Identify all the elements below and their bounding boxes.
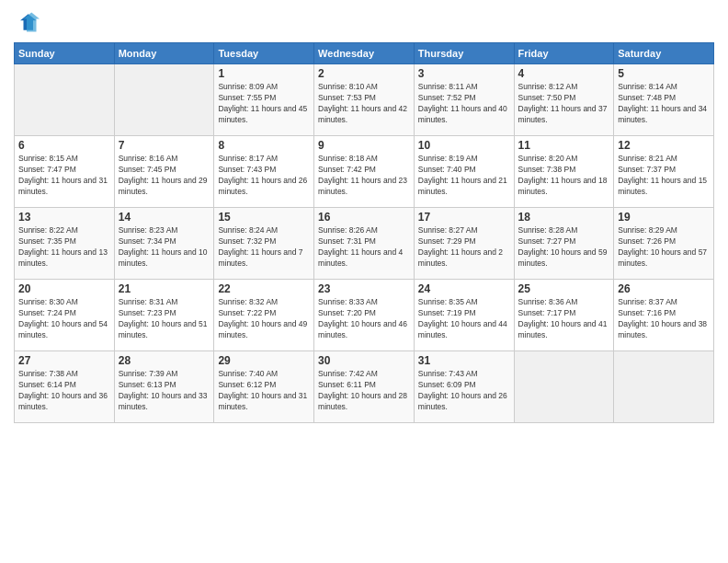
day-number: 12 bbox=[618, 139, 710, 152]
calendar-cell: 6Sunrise: 8:15 AM Sunset: 7:47 PM Daylig… bbox=[15, 136, 115, 208]
day-number: 16 bbox=[318, 211, 410, 224]
calendar-cell: 10Sunrise: 8:19 AM Sunset: 7:40 PM Dayli… bbox=[414, 136, 514, 208]
calendar-cell: 19Sunrise: 8:29 AM Sunset: 7:26 PM Dayli… bbox=[614, 208, 714, 280]
calendar-week-row: 13Sunrise: 8:22 AM Sunset: 7:35 PM Dayli… bbox=[15, 208, 714, 280]
day-number: 19 bbox=[618, 211, 710, 224]
day-number: 13 bbox=[18, 211, 110, 224]
day-info: Sunrise: 8:29 AM Sunset: 7:26 PM Dayligh… bbox=[618, 225, 710, 270]
day-info: Sunrise: 8:23 AM Sunset: 7:34 PM Dayligh… bbox=[119, 225, 210, 270]
day-number: 30 bbox=[318, 354, 410, 367]
calendar-cell: 20Sunrise: 8:30 AM Sunset: 7:24 PM Dayli… bbox=[15, 280, 115, 351]
calendar-cell: 3Sunrise: 8:11 AM Sunset: 7:52 PM Daylig… bbox=[414, 64, 514, 136]
calendar-cell: 16Sunrise: 8:26 AM Sunset: 7:31 PM Dayli… bbox=[314, 208, 415, 280]
calendar-cell: 1Sunrise: 8:09 AM Sunset: 7:55 PM Daylig… bbox=[214, 64, 314, 136]
day-number: 10 bbox=[418, 139, 510, 152]
calendar-cell bbox=[114, 64, 214, 136]
calendar-week-row: 1Sunrise: 8:09 AM Sunset: 7:55 PM Daylig… bbox=[15, 64, 714, 136]
day-info: Sunrise: 7:40 AM Sunset: 6:12 PM Dayligh… bbox=[218, 369, 310, 413]
day-info: Sunrise: 7:43 AM Sunset: 6:09 PM Dayligh… bbox=[418, 369, 510, 413]
day-info: Sunrise: 8:16 AM Sunset: 7:45 PM Dayligh… bbox=[119, 154, 210, 198]
day-number: 18 bbox=[518, 211, 610, 224]
header-row: SundayMondayTuesdayWednesdayThursdayFrid… bbox=[15, 43, 714, 64]
day-info: Sunrise: 8:35 AM Sunset: 7:19 PM Dayligh… bbox=[418, 297, 510, 341]
calendar-cell: 31Sunrise: 7:43 AM Sunset: 6:09 PM Dayli… bbox=[414, 351, 514, 423]
calendar-cell: 30Sunrise: 7:42 AM Sunset: 6:11 PM Dayli… bbox=[314, 351, 415, 423]
logo bbox=[14, 9, 41, 35]
calendar-cell: 25Sunrise: 8:36 AM Sunset: 7:17 PM Dayli… bbox=[514, 280, 614, 351]
calendar-table: SundayMondayTuesdayWednesdayThursdayFrid… bbox=[14, 42, 714, 423]
calendar-week-row: 20Sunrise: 8:30 AM Sunset: 7:24 PM Dayli… bbox=[15, 280, 714, 351]
day-info: Sunrise: 8:12 AM Sunset: 7:50 PM Dayligh… bbox=[518, 82, 610, 126]
day-number: 3 bbox=[418, 67, 510, 80]
calendar-header: SundayMondayTuesdayWednesdayThursdayFrid… bbox=[15, 43, 714, 64]
day-info: Sunrise: 8:21 AM Sunset: 7:37 PM Dayligh… bbox=[618, 154, 710, 198]
day-info: Sunrise: 7:39 AM Sunset: 6:13 PM Dayligh… bbox=[119, 369, 210, 413]
calendar-week-row: 27Sunrise: 7:38 AM Sunset: 6:14 PM Dayli… bbox=[15, 351, 714, 423]
calendar-cell: 24Sunrise: 8:35 AM Sunset: 7:19 PM Dayli… bbox=[414, 280, 514, 351]
day-number: 20 bbox=[18, 282, 110, 295]
weekday-header: Friday bbox=[514, 43, 614, 64]
day-info: Sunrise: 8:32 AM Sunset: 7:22 PM Dayligh… bbox=[218, 297, 310, 341]
day-info: Sunrise: 8:31 AM Sunset: 7:23 PM Dayligh… bbox=[119, 297, 210, 341]
day-number: 28 bbox=[119, 354, 210, 367]
day-info: Sunrise: 8:27 AM Sunset: 7:29 PM Dayligh… bbox=[418, 225, 510, 270]
day-number: 23 bbox=[318, 282, 410, 295]
calendar-cell: 9Sunrise: 8:18 AM Sunset: 7:42 PM Daylig… bbox=[314, 136, 415, 208]
day-number: 22 bbox=[218, 282, 310, 295]
calendar-cell: 17Sunrise: 8:27 AM Sunset: 7:29 PM Dayli… bbox=[414, 208, 514, 280]
day-number: 4 bbox=[518, 67, 610, 80]
day-number: 5 bbox=[618, 67, 710, 80]
day-info: Sunrise: 8:17 AM Sunset: 7:43 PM Dayligh… bbox=[218, 154, 310, 198]
day-info: Sunrise: 8:11 AM Sunset: 7:52 PM Dayligh… bbox=[418, 82, 510, 126]
calendar-cell: 11Sunrise: 8:20 AM Sunset: 7:38 PM Dayli… bbox=[514, 136, 614, 208]
day-info: Sunrise: 8:10 AM Sunset: 7:53 PM Dayligh… bbox=[318, 82, 410, 126]
day-number: 29 bbox=[218, 354, 310, 367]
calendar-cell: 27Sunrise: 7:38 AM Sunset: 6:14 PM Dayli… bbox=[15, 351, 115, 423]
day-number: 11 bbox=[518, 139, 610, 152]
calendar-cell: 13Sunrise: 8:22 AM Sunset: 7:35 PM Dayli… bbox=[15, 208, 115, 280]
day-info: Sunrise: 8:33 AM Sunset: 7:20 PM Dayligh… bbox=[318, 297, 410, 341]
day-number: 1 bbox=[218, 67, 310, 80]
day-number: 21 bbox=[119, 282, 210, 295]
header bbox=[14, 9, 714, 35]
day-info: Sunrise: 8:26 AM Sunset: 7:31 PM Dayligh… bbox=[318, 225, 410, 270]
logo-icon bbox=[14, 9, 40, 35]
weekday-header: Saturday bbox=[614, 43, 714, 64]
calendar-week-row: 6Sunrise: 8:15 AM Sunset: 7:47 PM Daylig… bbox=[15, 136, 714, 208]
day-info: Sunrise: 8:14 AM Sunset: 7:48 PM Dayligh… bbox=[618, 82, 710, 126]
day-number: 24 bbox=[418, 282, 510, 295]
day-info: Sunrise: 8:30 AM Sunset: 7:24 PM Dayligh… bbox=[18, 297, 110, 341]
day-number: 27 bbox=[18, 354, 110, 367]
calendar-body: 1Sunrise: 8:09 AM Sunset: 7:55 PM Daylig… bbox=[15, 64, 714, 423]
calendar-cell: 5Sunrise: 8:14 AM Sunset: 7:48 PM Daylig… bbox=[614, 64, 714, 136]
day-info: Sunrise: 8:09 AM Sunset: 7:55 PM Dayligh… bbox=[218, 82, 310, 126]
day-number: 2 bbox=[318, 67, 410, 80]
calendar-cell bbox=[514, 351, 614, 423]
calendar-cell: 15Sunrise: 8:24 AM Sunset: 7:32 PM Dayli… bbox=[214, 208, 314, 280]
day-number: 7 bbox=[119, 139, 210, 152]
day-number: 8 bbox=[218, 139, 310, 152]
calendar-cell: 14Sunrise: 8:23 AM Sunset: 7:34 PM Dayli… bbox=[114, 208, 214, 280]
day-number: 25 bbox=[518, 282, 610, 295]
calendar-cell bbox=[614, 351, 714, 423]
calendar-cell: 8Sunrise: 8:17 AM Sunset: 7:43 PM Daylig… bbox=[214, 136, 314, 208]
calendar-cell: 26Sunrise: 8:37 AM Sunset: 7:16 PM Dayli… bbox=[614, 280, 714, 351]
weekday-header: Thursday bbox=[414, 43, 514, 64]
day-info: Sunrise: 7:42 AM Sunset: 6:11 PM Dayligh… bbox=[318, 369, 410, 413]
day-info: Sunrise: 8:20 AM Sunset: 7:38 PM Dayligh… bbox=[518, 154, 610, 198]
calendar-cell: 12Sunrise: 8:21 AM Sunset: 7:37 PM Dayli… bbox=[614, 136, 714, 208]
calendar-cell: 21Sunrise: 8:31 AM Sunset: 7:23 PM Dayli… bbox=[114, 280, 214, 351]
day-number: 26 bbox=[618, 282, 710, 295]
calendar-cell bbox=[15, 64, 115, 136]
calendar-cell: 28Sunrise: 7:39 AM Sunset: 6:13 PM Dayli… bbox=[114, 351, 214, 423]
weekday-header: Wednesday bbox=[314, 43, 415, 64]
day-number: 15 bbox=[218, 211, 310, 224]
day-number: 17 bbox=[418, 211, 510, 224]
day-info: Sunrise: 8:15 AM Sunset: 7:47 PM Dayligh… bbox=[18, 154, 110, 198]
calendar-cell: 23Sunrise: 8:33 AM Sunset: 7:20 PM Dayli… bbox=[314, 280, 415, 351]
weekday-header: Sunday bbox=[15, 43, 115, 64]
day-info: Sunrise: 8:37 AM Sunset: 7:16 PM Dayligh… bbox=[618, 297, 710, 341]
calendar-cell: 22Sunrise: 8:32 AM Sunset: 7:22 PM Dayli… bbox=[214, 280, 314, 351]
calendar-cell: 29Sunrise: 7:40 AM Sunset: 6:12 PM Dayli… bbox=[214, 351, 314, 423]
calendar-cell: 7Sunrise: 8:16 AM Sunset: 7:45 PM Daylig… bbox=[114, 136, 214, 208]
